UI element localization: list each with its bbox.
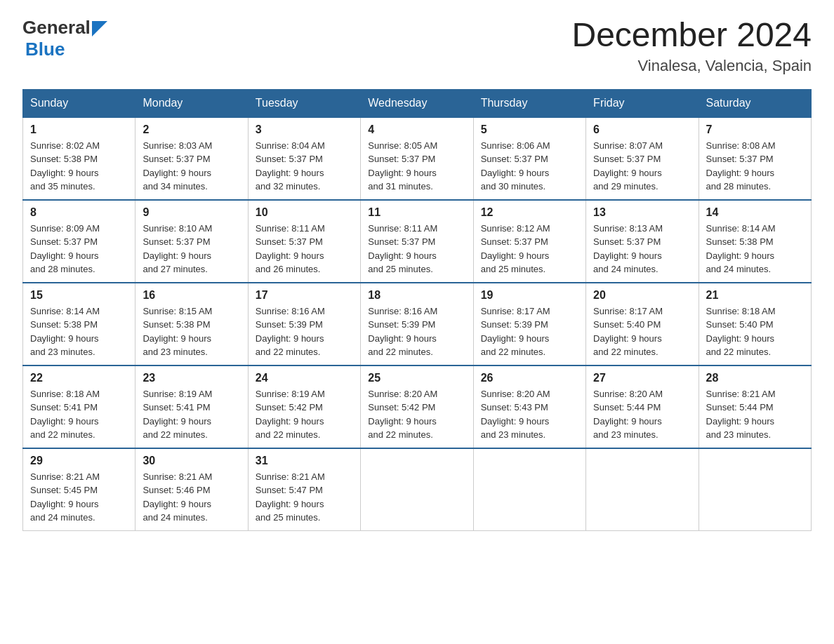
day-number: 21 [706,289,804,302]
header-day-saturday: Saturday [699,89,811,117]
logo-general-text: General [22,17,91,39]
calendar-cell: 23 Sunrise: 8:19 AMSunset: 5:41 PMDaylig… [135,365,248,448]
day-number: 10 [256,206,353,219]
day-info: Sunrise: 8:21 AMSunset: 5:44 PMDaylight:… [706,389,776,441]
day-number: 5 [481,123,578,136]
day-info: Sunrise: 8:18 AMSunset: 5:41 PMDaylight:… [30,389,100,441]
day-number: 31 [256,455,353,467]
day-info: Sunrise: 8:10 AMSunset: 5:37 PMDaylight:… [143,223,212,275]
day-number: 12 [481,206,578,219]
day-number: 22 [30,372,128,384]
day-info: Sunrise: 8:21 AMSunset: 5:46 PMDaylight:… [143,471,212,523]
title-section: December 2024 Vinalesa, Valencia, Spain [571,17,812,75]
day-info: Sunrise: 8:06 AMSunset: 5:37 PMDaylight:… [481,140,550,192]
day-number: 14 [706,206,804,219]
day-info: Sunrise: 8:17 AMSunset: 5:40 PMDaylight:… [593,306,663,358]
calendar-cell: 31 Sunrise: 8:21 AMSunset: 5:47 PMDaylig… [248,448,360,531]
day-number: 13 [593,206,691,219]
location-title: Vinalesa, Valencia, Spain [571,57,812,75]
calendar-cell: 22 Sunrise: 8:18 AMSunset: 5:41 PMDaylig… [23,365,135,448]
day-number: 27 [593,372,691,384]
header-day-monday: Monday [135,89,248,117]
calendar-table: SundayMondayTuesdayWednesdayThursdayFrid… [22,89,812,531]
day-info: Sunrise: 8:03 AMSunset: 5:37 PMDaylight:… [143,140,212,192]
calendar-cell: 29 Sunrise: 8:21 AMSunset: 5:45 PMDaylig… [23,448,135,531]
day-info: Sunrise: 8:17 AMSunset: 5:39 PMDaylight:… [481,306,550,358]
calendar-cell [699,448,811,531]
day-number: 8 [30,206,128,219]
day-info: Sunrise: 8:14 AMSunset: 5:38 PMDaylight:… [30,306,100,358]
day-info: Sunrise: 8:20 AMSunset: 5:42 PMDaylight:… [368,389,437,441]
calendar-cell: 14 Sunrise: 8:14 AMSunset: 5:38 PMDaylig… [699,200,811,283]
header-day-sunday: Sunday [23,89,135,117]
page-header: General Blue December 2024 Vinalesa, Val… [22,17,812,75]
month-title: December 2024 [571,17,812,54]
day-number: 17 [256,289,353,302]
calendar-cell: 7 Sunrise: 8:08 AMSunset: 5:37 PMDayligh… [699,117,811,200]
logo: General Blue [22,17,107,60]
calendar-cell: 12 Sunrise: 8:12 AMSunset: 5:37 PMDaylig… [473,200,585,283]
calendar-cell: 20 Sunrise: 8:17 AMSunset: 5:40 PMDaylig… [586,283,699,365]
calendar-cell [586,448,699,531]
calendar-cell: 1 Sunrise: 8:02 AMSunset: 5:38 PMDayligh… [23,117,135,200]
day-number: 29 [30,455,128,467]
day-number: 25 [368,372,465,384]
calendar-cell: 11 Sunrise: 8:11 AMSunset: 5:37 PMDaylig… [361,200,473,283]
calendar-cell: 18 Sunrise: 8:16 AMSunset: 5:39 PMDaylig… [361,283,473,365]
day-info: Sunrise: 8:21 AMSunset: 5:45 PMDaylight:… [30,471,100,523]
calendar-cell: 19 Sunrise: 8:17 AMSunset: 5:39 PMDaylig… [473,283,585,365]
day-info: Sunrise: 8:08 AMSunset: 5:37 PMDaylight:… [706,140,776,192]
day-number: 6 [593,123,691,136]
day-number: 26 [481,372,578,384]
day-number: 20 [593,289,691,302]
day-number: 4 [368,123,465,136]
calendar-cell: 9 Sunrise: 8:10 AMSunset: 5:37 PMDayligh… [135,200,248,283]
day-info: Sunrise: 8:07 AMSunset: 5:37 PMDaylight:… [593,140,663,192]
week-row-3: 15 Sunrise: 8:14 AMSunset: 5:38 PMDaylig… [23,283,812,365]
day-info: Sunrise: 8:19 AMSunset: 5:41 PMDaylight:… [143,389,212,441]
day-info: Sunrise: 8:14 AMSunset: 5:38 PMDaylight:… [706,223,776,275]
day-info: Sunrise: 8:20 AMSunset: 5:44 PMDaylight:… [593,389,663,441]
day-number: 24 [256,372,353,384]
day-number: 11 [368,206,465,219]
week-row-4: 22 Sunrise: 8:18 AMSunset: 5:41 PMDaylig… [23,365,812,448]
day-info: Sunrise: 8:11 AMSunset: 5:37 PMDaylight:… [256,223,325,275]
calendar-cell: 24 Sunrise: 8:19 AMSunset: 5:42 PMDaylig… [248,365,360,448]
day-number: 2 [143,123,240,136]
day-info: Sunrise: 8:21 AMSunset: 5:47 PMDaylight:… [256,471,325,523]
calendar-cell: 13 Sunrise: 8:13 AMSunset: 5:37 PMDaylig… [586,200,699,283]
day-info: Sunrise: 8:18 AMSunset: 5:40 PMDaylight:… [706,306,776,358]
header-row: SundayMondayTuesdayWednesdayThursdayFrid… [23,89,812,117]
calendar-cell: 10 Sunrise: 8:11 AMSunset: 5:37 PMDaylig… [248,200,360,283]
calendar-cell: 30 Sunrise: 8:21 AMSunset: 5:46 PMDaylig… [135,448,248,531]
week-row-1: 1 Sunrise: 8:02 AMSunset: 5:38 PMDayligh… [23,117,812,200]
header-day-friday: Friday [586,89,699,117]
logo-arrow-icon [92,21,107,36]
day-number: 16 [143,289,240,302]
calendar-cell: 6 Sunrise: 8:07 AMSunset: 5:37 PMDayligh… [586,117,699,200]
header-day-thursday: Thursday [473,89,585,117]
calendar-cell: 2 Sunrise: 8:03 AMSunset: 5:37 PMDayligh… [135,117,248,200]
calendar-cell: 21 Sunrise: 8:18 AMSunset: 5:40 PMDaylig… [699,283,811,365]
day-number: 30 [143,455,240,467]
header-day-wednesday: Wednesday [361,89,473,117]
calendar-cell: 17 Sunrise: 8:16 AMSunset: 5:39 PMDaylig… [248,283,360,365]
calendar-cell: 5 Sunrise: 8:06 AMSunset: 5:37 PMDayligh… [473,117,585,200]
day-info: Sunrise: 8:16 AMSunset: 5:39 PMDaylight:… [368,306,437,358]
day-number: 19 [481,289,578,302]
day-number: 28 [706,372,804,384]
calendar-cell: 26 Sunrise: 8:20 AMSunset: 5:43 PMDaylig… [473,365,585,448]
day-number: 15 [30,289,128,302]
calendar-cell: 3 Sunrise: 8:04 AMSunset: 5:37 PMDayligh… [248,117,360,200]
calendar-cell [473,448,585,531]
day-info: Sunrise: 8:20 AMSunset: 5:43 PMDaylight:… [481,389,550,441]
week-row-5: 29 Sunrise: 8:21 AMSunset: 5:45 PMDaylig… [23,448,812,531]
calendar-cell: 27 Sunrise: 8:20 AMSunset: 5:44 PMDaylig… [586,365,699,448]
day-info: Sunrise: 8:11 AMSunset: 5:37 PMDaylight:… [368,223,437,275]
calendar-cell: 25 Sunrise: 8:20 AMSunset: 5:42 PMDaylig… [361,365,473,448]
calendar-cell: 4 Sunrise: 8:05 AMSunset: 5:37 PMDayligh… [361,117,473,200]
day-info: Sunrise: 8:12 AMSunset: 5:37 PMDaylight:… [481,223,550,275]
day-number: 18 [368,289,465,302]
calendar-cell: 8 Sunrise: 8:09 AMSunset: 5:37 PMDayligh… [23,200,135,283]
calendar-cell: 16 Sunrise: 8:15 AMSunset: 5:38 PMDaylig… [135,283,248,365]
